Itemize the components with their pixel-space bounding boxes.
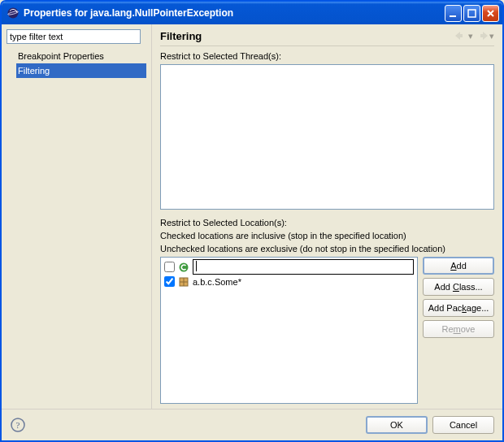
threads-listbox[interactable] <box>160 64 494 210</box>
add-class-button[interactable]: Add Class... <box>423 278 494 296</box>
eclipse-icon <box>7 6 20 20</box>
titlebar[interactable]: Properties for java.lang.NullPointerExce… <box>2 2 502 24</box>
location-text: a.b.c.Some* <box>193 277 241 287</box>
help-icon[interactable]: ? <box>10 417 26 433</box>
divider <box>160 46 494 46</box>
main-panel: Filtering ▾ ▾ Restrict to Selected Threa… <box>152 24 502 409</box>
maximize-button[interactable] <box>463 5 480 22</box>
cancel-button[interactable]: Cancel <box>432 416 494 434</box>
locations-label: Restrict to Selected Location(s): <box>160 218 494 228</box>
filter-input[interactable] <box>7 29 141 44</box>
inclusive-note: Checked locations are inclusive (stop in… <box>160 231 494 240</box>
new-class-icon <box>178 262 189 273</box>
back-icon[interactable] <box>454 29 468 42</box>
locations-listbox[interactable]: a.b.c.Some* <box>160 257 418 405</box>
exclusive-note: Unchecked locations are exclusive (do no… <box>160 244 494 254</box>
location-row[interactable]: a.b.c.Some* <box>164 275 414 289</box>
remove-button: Remove <box>423 320 494 338</box>
svg-rect-2 <box>450 15 456 17</box>
svg-point-4 <box>180 262 189 271</box>
threads-label: Restrict to Selected Thread(s): <box>160 51 494 61</box>
ok-button[interactable]: OK <box>366 416 428 434</box>
button-bar: ? OK Cancel <box>2 409 502 440</box>
location-editor[interactable] <box>193 259 414 275</box>
location-checkbox[interactable] <box>164 276 175 287</box>
locations-button-column: Add Add Class... Add Package... Remove <box>423 257 494 405</box>
location-row[interactable] <box>164 260 414 275</box>
minimize-button[interactable] <box>445 5 462 22</box>
category-tree: Breakpoint Properties Filtering <box>7 49 146 78</box>
tree-item-breakpoint-properties[interactable]: Breakpoint Properties <box>16 49 146 63</box>
properties-dialog: Properties for java.lang.NullPointerExce… <box>0 0 504 442</box>
location-checkbox[interactable] <box>164 262 175 272</box>
sidebar: Breakpoint Properties Filtering <box>2 24 152 409</box>
add-button[interactable]: Add <box>423 257 494 275</box>
page-title: Filtering <box>160 30 452 42</box>
package-icon <box>178 276 189 288</box>
window-title: Properties for java.lang.NullPointerExce… <box>24 7 443 19</box>
tree-item-filtering[interactable]: Filtering <box>16 63 146 78</box>
add-package-button[interactable]: Add Package... <box>423 299 494 317</box>
forward-icon[interactable] <box>475 29 489 42</box>
svg-text:?: ? <box>16 420 20 430</box>
svg-rect-3 <box>468 10 476 17</box>
close-button[interactable] <box>482 5 499 22</box>
